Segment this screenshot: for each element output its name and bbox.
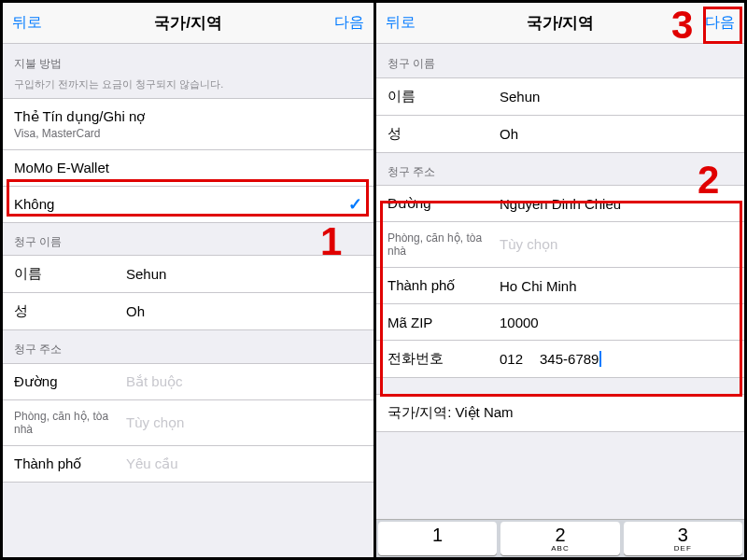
payment-option-label: Không: [14, 196, 54, 212]
street-value: Nguyen Dinh Chieu: [500, 196, 733, 212]
payment-method-sub: 구입하기 전까지는 요금이 청구되지 않습니다.: [3, 77, 374, 98]
city-row[interactable]: Thành phố Ho Chi Minh: [376, 267, 744, 304]
phone-row[interactable]: 전화번호 012 345-6789: [376, 340, 744, 378]
screen-left: 뒤로 국가/지역 다음 지불 방법 구입하기 전까지는 요금이 청구되지 않습니…: [3, 3, 374, 557]
next-button[interactable]: 다음: [705, 13, 735, 33]
billing-address-header: 청구 주소: [3, 329, 374, 363]
street-label: Đường: [388, 195, 500, 212]
zip-row[interactable]: Mã ZIP 10000: [376, 303, 744, 341]
key-letters: ABC: [500, 544, 619, 553]
billing-name-header: 청구 이름: [376, 44, 744, 77]
key-letters: [378, 544, 497, 553]
first-name-value: Sehun: [500, 89, 733, 105]
key-2[interactable]: 2 ABC: [500, 522, 619, 555]
page-title: 국가/지역: [154, 12, 222, 34]
back-button[interactable]: 뒤로: [386, 13, 416, 33]
last-name-row[interactable]: 성 Oh: [3, 292, 374, 330]
key-number: 1: [378, 525, 497, 544]
key-1[interactable]: 1: [378, 522, 497, 555]
city-value: Ho Chi Minh: [500, 278, 733, 294]
payment-option-label: MoMo E-Wallet: [14, 160, 109, 175]
key-number: 3: [624, 525, 742, 544]
city-placeholder: Yêu cầu: [126, 455, 362, 472]
apt-row[interactable]: Phòng, căn hộ, tòa nhà Tùy chọn: [376, 221, 744, 268]
payment-option-none[interactable]: Không ✓: [3, 186, 374, 223]
key-number: 2: [500, 525, 619, 544]
first-name-label: 이름: [388, 88, 500, 105]
key-letters: DEF: [624, 544, 742, 553]
key-3[interactable]: 3 DEF: [624, 522, 742, 555]
last-name-value: Oh: [500, 126, 733, 142]
apt-label: Phòng, căn hộ, tòa nhà: [14, 410, 126, 436]
street-placeholder: Bắt buộc: [126, 373, 362, 390]
payment-option-sub: Visa, MasterCard: [14, 127, 100, 140]
payment-option-card[interactable]: Thẻ Tín dụng/Ghi nợ Visa, MasterCard: [3, 98, 374, 150]
city-row[interactable]: Thành phố Yêu cầu: [3, 445, 374, 483]
zip-label: Mã ZIP: [388, 315, 500, 330]
first-name-label: 이름: [14, 265, 126, 283]
checkmark-icon: ✓: [348, 194, 362, 215]
numeric-keyboard: 1 2 ABC 3 DEF: [376, 519, 744, 557]
apt-row[interactable]: Phòng, căn hộ, tòa nhà Tùy chọn: [3, 399, 374, 446]
navbar: 뒤로 국가/지역 다음: [3, 3, 374, 44]
city-label: Thành phố: [388, 277, 500, 294]
first-name-value: Sehun: [126, 266, 362, 282]
first-name-row[interactable]: 이름 Sehun: [3, 255, 374, 293]
phone-country-code: 012: [500, 351, 523, 367]
street-row[interactable]: Đường Nguyen Dinh Chieu: [376, 185, 744, 222]
payment-option-label: Thẻ Tín dụng/Ghi nợ: [14, 108, 145, 125]
payment-method-header: 지불 방법: [3, 44, 374, 77]
navbar: 뒤로 국가/지역 다음: [376, 3, 744, 44]
zip-value: 10000: [500, 315, 733, 330]
billing-address-header: 청구 주소: [376, 152, 744, 186]
last-name-label: 성: [388, 125, 500, 143]
billing-name-header: 청구 이름: [3, 222, 374, 256]
back-button[interactable]: 뒤로: [12, 13, 42, 33]
first-name-row[interactable]: 이름 Sehun: [376, 77, 744, 116]
payment-option-momo[interactable]: MoMo E-Wallet: [3, 149, 374, 187]
screen-right: 뒤로 국가/지역 다음 청구 이름 이름 Sehun 성 Oh 청구 주소 Đư…: [374, 3, 744, 557]
city-label: Thành phố: [14, 455, 126, 472]
street-row[interactable]: Đường Bắt buộc: [3, 363, 374, 400]
phone-label: 전화번호: [388, 350, 500, 368]
street-label: Đường: [14, 373, 126, 390]
page-title: 국가/지역: [527, 12, 595, 34]
phone-number-value: 345-6789: [540, 351, 601, 367]
apt-placeholder: Tùy chọn: [126, 414, 362, 431]
country-region-value: 국가/지역: Việt Nam: [388, 404, 514, 422]
apt-placeholder: Tùy chọn: [500, 236, 733, 253]
last-name-row[interactable]: 성 Oh: [376, 115, 744, 153]
last-name-label: 성: [14, 302, 126, 320]
apt-label: Phòng, căn hộ, tòa nhà: [388, 231, 500, 258]
last-name-value: Oh: [126, 303, 362, 319]
country-region-row[interactable]: 국가/지역: Việt Nam: [376, 394, 744, 432]
next-button[interactable]: 다음: [334, 13, 364, 33]
